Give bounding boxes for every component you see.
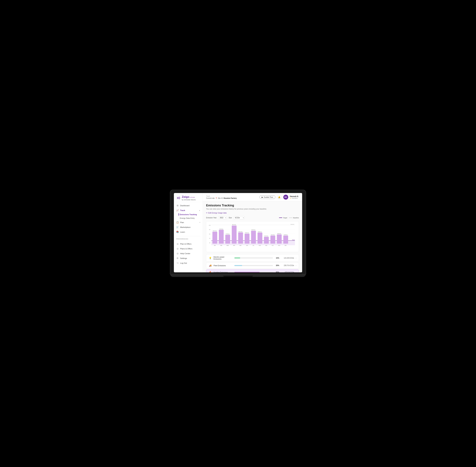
bell-icon: 🔔	[278, 196, 280, 198]
svg-text:DEC: DEC	[285, 245, 287, 246]
sidebar-divider	[176, 236, 200, 236]
bar-oct	[270, 235, 275, 244]
fleet-bar-track	[234, 265, 273, 266]
svg-text:JUN: JUN	[246, 245, 248, 246]
filters-row: Emission Year 2022 2021 2020 2023 Size	[206, 216, 299, 219]
svg-text:96.32 t/mo: 96.32 t/mo	[232, 224, 236, 225]
sidebar-item-plan-offers[interactable]: ◎ Plan & Offers	[174, 241, 203, 246]
sidebar-subitem-emissions-tracking[interactable]: Emissions Tracking	[174, 213, 203, 216]
heating-bar-fill	[234, 272, 259, 272]
emission-breakdown-list: 💡 Electric power Emissions 15% 115.38 tC…	[206, 254, 299, 272]
user-tier-label: Standard	[292, 197, 298, 199]
sidebar-item-label-logout: Log Out	[180, 262, 187, 264]
learn-icon: 📚	[176, 231, 179, 233]
preferences-label: PREFERENCES	[174, 237, 203, 240]
sidebar-subitem-energy-data-entry[interactable]: Energy Data Entry	[174, 216, 203, 220]
bar-nov	[277, 234, 282, 244]
year-select-wrapper: 2022 2021 2020 2023	[218, 216, 227, 219]
sidebar-item-label-settings: Settings	[180, 257, 187, 259]
sidebar-item-track[interactable]: 📈 Track ▲	[174, 208, 203, 213]
dashboard-icon: ⊞	[176, 204, 179, 207]
sidebar-item-dashboard[interactable]: ⊞ Dashboard	[174, 203, 203, 208]
laptop-container: Zeigo Activate by Schneider Electric ⊞ D…	[170, 190, 306, 277]
svg-text:53.00 t/mo: 53.00 t/mo	[245, 232, 249, 233]
svg-text:SEP: SEP	[265, 245, 267, 246]
fleet-arrow[interactable]: ›	[296, 265, 296, 267]
bar-dec	[283, 235, 288, 244]
page-body: Emissions Tracking You can view your emi…	[203, 201, 302, 272]
sidebar-item-logout[interactable]: ↪ Log Out	[174, 260, 203, 265]
svg-text:60: 60	[209, 233, 210, 235]
baseline-line-indicator	[289, 218, 292, 218]
notifications-button[interactable]: 🔔	[277, 195, 282, 199]
star-icon: ★	[290, 197, 291, 199]
sidebar-item-plans-offers[interactable]: ◎ Plans & Offers	[174, 246, 203, 251]
svg-text:60.01 t/mo: 60.01 t/mo	[239, 231, 243, 232]
site-name: Houston Factory	[224, 197, 237, 199]
site-number: Site #1	[218, 197, 223, 199]
size-select[interactable]: tCO2e kgCO2e	[234, 216, 245, 219]
edit-energy-usage-link[interactable]: ✏ Edit Energy Usage data	[206, 212, 299, 214]
header-right: ▶ Guided Tour 🔔 HK Hannah K. ★ Standard	[260, 195, 299, 200]
svg-text:47.99 t/mo: 47.99 t/mo	[226, 234, 230, 234]
page-subtitle: You can view your emissions history for …	[206, 208, 299, 210]
user-info: Hannah K. ★ Standard	[290, 195, 299, 199]
heating-arrow[interactable]: ›	[296, 271, 296, 272]
user-avatar: HK	[283, 195, 288, 200]
year-select[interactable]: 2022 2021 2020 2023	[218, 216, 227, 219]
sidebar-item-marketplace[interactable]: 🛒 Marketplace	[174, 225, 203, 230]
svg-text:Baseline: Baseline	[291, 224, 294, 225]
emission-year-label: Emission Year	[206, 217, 216, 219]
svg-text:74.34 t/mo: 74.34 t/mo	[219, 228, 223, 229]
emission-item-fleet: 🚚 Fleet Emissions 20% 230.76 tCO2e ›	[206, 263, 299, 268]
legend-target-label: Target	[283, 217, 287, 219]
play-icon: ▶	[262, 196, 263, 198]
sidebar-item-label-dashboard: Dashboard	[180, 205, 189, 207]
svg-text:69.06 t/mo: 69.06 t/mo	[251, 229, 255, 230]
sidebar-item-label-learn: Learn	[180, 231, 185, 233]
size-label: Size	[229, 217, 232, 219]
svg-text:JUL: JUL	[252, 245, 254, 246]
electric-arrow[interactable]: ›	[296, 257, 296, 259]
logo-area: Zeigo Activate by Schneider Electric	[174, 193, 203, 202]
guided-tour-button[interactable]: ▶ Guided Tour	[260, 195, 275, 199]
sidebar-item-label-track: Track	[180, 209, 185, 211]
plan-chevron-icon: ▾	[199, 221, 200, 223]
heating-bar-area	[234, 272, 273, 272]
svg-text:OCT: OCT	[272, 245, 274, 246]
svg-text:Target: Target	[292, 239, 295, 240]
plan-icon: 📋	[176, 221, 179, 224]
bar-jul	[251, 231, 256, 244]
legend-baseline: Baseline	[289, 217, 299, 219]
svg-text:42.99 t/mo: 42.99 t/mo	[284, 234, 288, 235]
legend-target: Target	[279, 217, 287, 219]
svg-text:AGO: AGO	[259, 245, 261, 246]
emissions-chart-svg: 100 80 60 40 20 Baseline Target	[209, 223, 296, 250]
sidebar-item-label-help-center: Help Center	[180, 252, 190, 255]
chart-legend: Target Baseline	[279, 217, 299, 219]
sidebar-item-help-center[interactable]: ◎ Help Center	[174, 251, 203, 256]
sidebar-item-label-plan-offers: Plan & Offers	[180, 243, 191, 245]
electric-icon: 💡	[209, 257, 212, 259]
svg-text:MAR: MAR	[227, 245, 229, 246]
heating-name: Heating Emissions	[213, 271, 233, 272]
bar-jan	[212, 232, 217, 244]
sidebar-item-settings[interactable]: ⚙ Settings	[174, 256, 203, 260]
sidebar-item-label-marketplace: Marketplace	[180, 226, 191, 228]
edit-link-label: Edit Energy Usage data	[208, 212, 227, 214]
svg-text:36.32 t/mo: 36.32 t/mo	[264, 235, 268, 236]
svg-text:64.01 t/mo: 64.01 t/mo	[213, 230, 217, 231]
fleet-pct: 20%	[275, 265, 279, 266]
heating-bar-track	[234, 272, 273, 272]
logout-icon: ↪	[176, 262, 179, 264]
sidebar-item-learn[interactable]: 📚 Learn	[174, 230, 203, 234]
user-name: Hannah K.	[290, 195, 299, 197]
help-center-icon: ◎	[176, 252, 179, 255]
electric-bar-fill	[234, 258, 240, 259]
preferences-section: ◎ Plan & Offers ◎ Plans & Offers ◎ Help …	[174, 240, 203, 266]
zeigo-logo-icon	[176, 196, 181, 200]
sidebar-item-plan[interactable]: 📋 Plan ▾	[174, 220, 203, 225]
sidebar: Zeigo Activate by Schneider Electric ⊞ D…	[174, 193, 203, 272]
fleet-bar-area	[234, 265, 273, 266]
svg-text:JAN: JAN	[214, 245, 216, 246]
